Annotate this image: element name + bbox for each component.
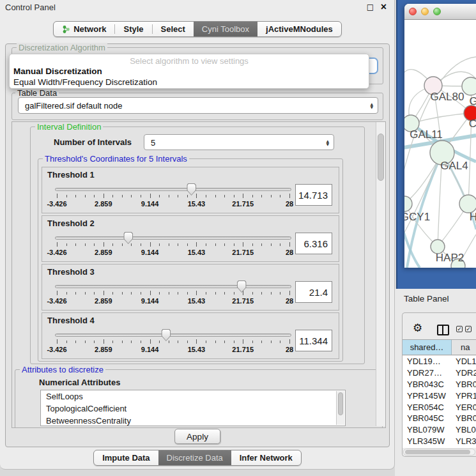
tab-jactivemnodules[interactable]: jActiveMNodules bbox=[257, 22, 341, 36]
table-row[interactable]: YBR045CYBR0 bbox=[403, 413, 476, 424]
tick-mark bbox=[271, 195, 272, 197]
checkbox-icon[interactable]: ✓ bbox=[465, 326, 472, 332]
threshold-value-field[interactable]: 21.4 bbox=[295, 281, 332, 303]
zoom-traffic-light-icon[interactable] bbox=[433, 8, 441, 15]
tick-mark bbox=[131, 341, 132, 343]
column-header-name[interactable]: na bbox=[452, 340, 476, 355]
attribute-list-item[interactable]: TopologicalCoefficient bbox=[41, 403, 345, 415]
threshold-slider[interactable]: -3.4262.8599.14415.4321.71528 bbox=[55, 183, 291, 212]
interval-definition-title: Interval Definition bbox=[35, 122, 103, 132]
tick-label: 28 bbox=[286, 346, 293, 353]
tick-label: 9.144 bbox=[141, 249, 159, 256]
float-window-icon[interactable]: □ bbox=[367, 3, 374, 12]
tick-mark bbox=[75, 341, 76, 343]
tick-mark bbox=[122, 243, 123, 246]
network-icon bbox=[62, 25, 70, 34]
stepper-arrows-icon[interactable]: ▲▼ bbox=[326, 139, 329, 146]
tick-mark bbox=[150, 194, 151, 198]
gear-icon[interactable]: ⚙ bbox=[413, 321, 422, 334]
horizontal-scrollbar[interactable] bbox=[403, 449, 475, 456]
tick-mark bbox=[122, 195, 123, 197]
thresholds-group-title: Threshold's Coordinates for 5 Intervals bbox=[43, 154, 189, 164]
popup-option-equal-width-frequency[interactable]: Equal Width/Frequency Discretization bbox=[13, 77, 157, 87]
tab-cyni-toolbox[interactable]: Cyni Toolbox bbox=[194, 22, 257, 36]
tab-style[interactable]: Style bbox=[115, 22, 151, 36]
tick-mark bbox=[94, 341, 95, 343]
cell-name: YLR3 bbox=[452, 436, 476, 447]
split-view-icon[interactable] bbox=[437, 325, 449, 335]
table-row[interactable]: YPR145WYPR1 bbox=[403, 390, 476, 402]
tick-label: -3.426 bbox=[47, 297, 66, 305]
tick-mark bbox=[224, 292, 225, 295]
horizontal-scrollbar-thumb[interactable] bbox=[405, 450, 470, 454]
threshold-value-field[interactable]: 11.344 bbox=[295, 330, 332, 351]
table-row[interactable]: YBR043CYBR0 bbox=[403, 379, 476, 390]
tab-infer-network[interactable]: Infer Network bbox=[231, 450, 301, 465]
panel-scrollbar[interactable] bbox=[376, 122, 385, 426]
tab-network[interactable]: Network bbox=[54, 22, 114, 36]
tick-mark bbox=[234, 341, 234, 343]
threshold-slider[interactable]: -3.4262.8599.14415.4321.71528 bbox=[55, 328, 291, 358]
cell-shared-name: YBR043C bbox=[403, 379, 452, 390]
slider-track[interactable] bbox=[55, 188, 291, 191]
tick-mark bbox=[187, 292, 188, 295]
table-row[interactable]: YDL19…YDL1 bbox=[403, 356, 476, 367]
network-window-titlebar[interactable] bbox=[404, 4, 476, 20]
tick-label: 21.715 bbox=[232, 297, 254, 305]
network-node-gcy1[interactable] bbox=[404, 196, 412, 211]
network-canvas[interactable]: GAL80 G C GAL11 GAL4 GCY1 H HAP2 bbox=[404, 20, 476, 268]
slider-ticks bbox=[57, 194, 289, 199]
list-scrollbar[interactable] bbox=[336, 391, 344, 425]
close-icon[interactable]: × bbox=[381, 1, 387, 13]
tick-mark bbox=[85, 341, 86, 343]
stepper-arrows-icon[interactable]: ▲▼ bbox=[370, 102, 373, 109]
cell-shared-name: YLR345W bbox=[403, 436, 452, 447]
table-data-combobox[interactable]: galFiltered.sif default node ▲▼ bbox=[18, 97, 378, 114]
panel-scrollbar-thumb[interactable] bbox=[378, 134, 384, 181]
tick-mark bbox=[289, 339, 290, 344]
attribute-list-item[interactable]: BetweennessCentrality bbox=[41, 415, 345, 426]
number-of-intervals-spinner[interactable]: 5 ▲▼ bbox=[144, 134, 334, 150]
table-row[interactable]: YLR345WYLR3 bbox=[403, 436, 476, 447]
tick-mark bbox=[169, 243, 169, 246]
cell-shared-name: YER054C bbox=[403, 402, 452, 413]
tick-mark bbox=[141, 195, 141, 197]
table-row[interactable]: YBL079WYBL0 bbox=[403, 424, 476, 436]
slider-ticks bbox=[57, 242, 289, 247]
slider-track[interactable] bbox=[55, 236, 291, 240]
tick-mark bbox=[224, 195, 225, 197]
threshold-slider[interactable]: -3.4262.8599.14415.4321.71528 bbox=[55, 231, 291, 261]
slider-track[interactable] bbox=[55, 285, 291, 288]
tick-mark bbox=[206, 195, 206, 197]
table-data-title: Table Data bbox=[15, 88, 59, 98]
tab-impute-data[interactable]: Impute Data bbox=[94, 450, 158, 465]
tick-mark bbox=[280, 341, 280, 343]
threshold-slider[interactable]: -3.4262.8599.14415.4321.71528 bbox=[55, 280, 291, 309]
tick-label: 9.144 bbox=[141, 297, 159, 305]
number-of-intervals-value: 5 bbox=[151, 137, 155, 147]
apply-button[interactable]: Apply bbox=[174, 429, 220, 444]
cell-shared-name: YBL079W bbox=[403, 424, 452, 436]
checkbox-icon[interactable]: ✓ bbox=[456, 326, 463, 332]
close-traffic-light-icon[interactable] bbox=[409, 8, 417, 15]
tick-label: -3.426 bbox=[47, 249, 66, 256]
node-label: G bbox=[469, 95, 476, 107]
tab-select[interactable]: Select bbox=[153, 22, 194, 36]
minimize-traffic-light-icon[interactable] bbox=[421, 8, 429, 15]
tab-discretize-data[interactable]: Discretize Data bbox=[158, 450, 231, 465]
network-node[interactable] bbox=[459, 195, 476, 213]
tick-label: 28 bbox=[286, 200, 293, 208]
table-row[interactable]: YDR27…YDR2 bbox=[403, 367, 476, 379]
table-row[interactable]: YIL052CYIL0 bbox=[403, 447, 476, 448]
list-scrollbar-thumb[interactable] bbox=[338, 392, 343, 415]
threshold-value-field[interactable]: 14.713 bbox=[295, 184, 332, 206]
tick-mark bbox=[94, 195, 95, 197]
popup-option-manual-discretization[interactable]: Manual Discretization bbox=[13, 66, 102, 76]
tab-label: Infer Network bbox=[240, 453, 293, 463]
cell-shared-name: YPR145W bbox=[403, 390, 452, 402]
slider-track[interactable] bbox=[55, 334, 291, 337]
threshold-value-field[interactable]: 6.316 bbox=[295, 233, 332, 254]
attribute-list-item[interactable]: SelfLoops bbox=[41, 390, 345, 403]
table-row[interactable]: YER054CYER0 bbox=[403, 402, 476, 413]
column-header-shared-name[interactable]: shared… bbox=[403, 340, 452, 355]
